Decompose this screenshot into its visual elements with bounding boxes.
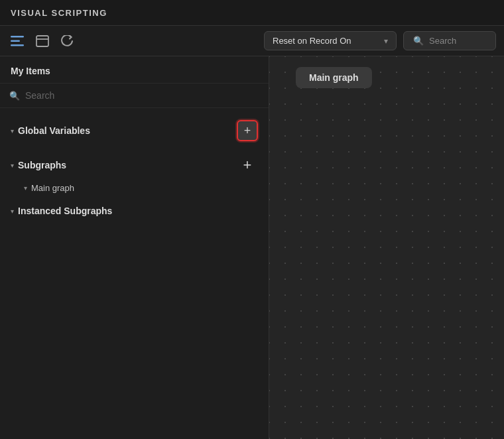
section-instanced-subgraphs-title: Instanced Subgraphs	[18, 206, 112, 216]
svg-rect-1	[11, 40, 20, 42]
section-instanced-subgraphs: ▾ Instanced Subgraphs	[0, 199, 269, 223]
sidebar-search-icon: 🔍	[9, 91, 20, 101]
subgraph-main-graph-item[interactable]: ▾ Main graph	[0, 180, 269, 196]
sidebar-content: ▾ Global Variables + ▾ Subgraphs	[0, 108, 269, 439]
subgraph-main-graph-label: Main graph	[31, 183, 74, 193]
title-bar: VISUAL SCRIPTING	[0, 0, 504, 26]
search-magnifier-icon: 🔍	[413, 36, 424, 46]
chevron-instanced-icon: ▾	[11, 208, 14, 215]
dropdown-button[interactable]: Reset on Record On ▾	[264, 31, 397, 50]
panel-icon-button[interactable]	[33, 32, 52, 50]
add-subgraph-button[interactable]: +	[237, 155, 258, 176]
graph-area: Main graph	[269, 56, 504, 439]
app-title: VISUAL SCRIPTING	[11, 8, 107, 18]
section-global-variables-title: Global Variables	[18, 125, 90, 136]
sidebar-search-row: 🔍	[0, 84, 269, 108]
main-layout: My Items 🔍 ▾ Global Variables +	[0, 56, 504, 439]
menu-icon-button[interactable]	[8, 33, 27, 49]
dropdown-label: Reset on Record On	[273, 36, 351, 46]
svg-rect-2	[11, 44, 24, 46]
sidebar: My Items 🔍 ▾ Global Variables +	[0, 56, 269, 439]
graph-tab-main[interactable]: Main graph	[296, 67, 372, 88]
global-search-button[interactable]: 🔍 Search	[403, 31, 496, 50]
sidebar-search-input[interactable]	[25, 90, 259, 101]
refresh-icon-button[interactable]	[58, 32, 76, 50]
sidebar-header: My Items	[0, 56, 269, 84]
section-global-variables-header[interactable]: ▾ Global Variables +	[0, 116, 269, 145]
chevron-subgraphs-icon: ▾	[11, 162, 14, 169]
dropdown-arrow-icon: ▾	[384, 36, 388, 46]
section-subgraphs-title: Subgraphs	[18, 160, 66, 170]
toolbar: Reset on Record On ▾ 🔍 Search	[0, 26, 504, 56]
chevron-main-graph-icon: ▾	[24, 184, 27, 192]
section-instanced-subgraphs-header[interactable]: ▾ Instanced Subgraphs	[0, 202, 269, 220]
graph-dots-background	[269, 56, 504, 439]
plus-icon: +	[244, 125, 251, 137]
app-container: VISUAL SCRIPTING Reset on Record On	[0, 0, 504, 439]
section-subgraphs: ▾ Subgraphs + ▾ Main graph	[0, 148, 269, 199]
svg-rect-0	[11, 36, 24, 38]
svg-rect-3	[36, 36, 48, 46]
search-label: Search	[429, 36, 456, 46]
section-global-variables: ▾ Global Variables +	[0, 113, 269, 148]
plus-subgraphs-icon: +	[243, 157, 252, 174]
section-subgraphs-header[interactable]: ▾ Subgraphs +	[0, 151, 269, 180]
chevron-global-variables-icon: ▾	[11, 127, 14, 135]
add-global-variable-button[interactable]: +	[237, 120, 258, 141]
